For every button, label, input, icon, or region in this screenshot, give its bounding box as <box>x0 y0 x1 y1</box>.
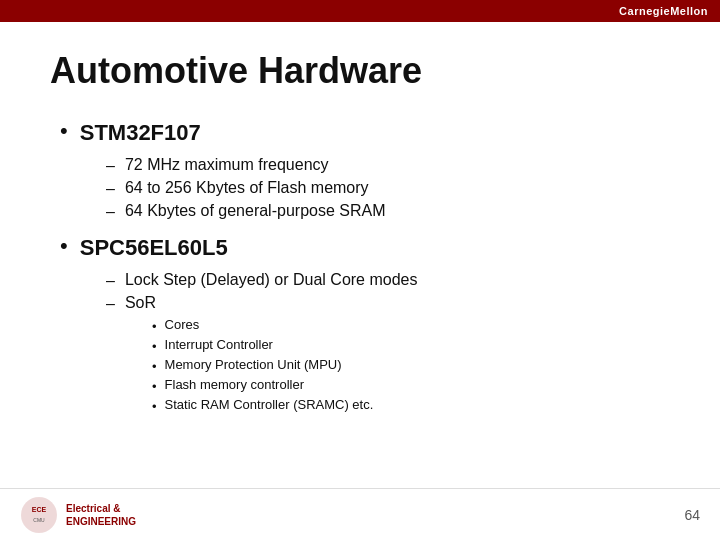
stm32-sub-1-text: 72 MHz maximum frequency <box>125 156 329 174</box>
sor-dot-4: • <box>152 379 157 394</box>
spc56-sub-2: – SoR <box>106 294 660 313</box>
bullet-spc56-label: SPC56EL60L5 <box>80 235 228 261</box>
ece-logo-icon: ECE CMU <box>20 496 58 534</box>
footer-logo-text: Electrical & ENGINEERING <box>66 502 136 528</box>
bullet-dot-2: • <box>60 233 68 259</box>
dash-4: – <box>106 272 115 290</box>
sor-item-1: • Cores <box>152 317 660 334</box>
stm32-sub-3: – 64 Kbytes of general-purpose SRAM <box>106 202 660 221</box>
sor-item-2-text: Interrupt Controller <box>165 337 273 352</box>
sor-item-3-text: Memory Protection Unit (MPU) <box>165 357 342 372</box>
sor-item-2: • Interrupt Controller <box>152 337 660 354</box>
stm32-sub-2: – 64 to 256 Kbytes of Flash memory <box>106 179 660 198</box>
sor-dot-2: • <box>152 339 157 354</box>
svg-text:CMU: CMU <box>33 517 45 523</box>
stm32-sub-3-text: 64 Kbytes of general-purpose SRAM <box>125 202 386 220</box>
dash-1: – <box>106 157 115 175</box>
bullet-spc56: • SPC56EL60L5 <box>60 235 660 261</box>
sor-sub-bullets: • Cores • Interrupt Controller • Memory … <box>152 317 660 414</box>
page-number: 64 <box>684 507 700 523</box>
dash-5: – <box>106 295 115 313</box>
sor-dot-3: • <box>152 359 157 374</box>
sor-item-5-text: Static RAM Controller (SRAMC) etc. <box>165 397 374 412</box>
footer-logo-line2: ENGINEERING <box>66 515 136 528</box>
dash-3: – <box>106 203 115 221</box>
sor-dot-5: • <box>152 399 157 414</box>
spc56-sub-bullets: – Lock Step (Delayed) or Dual Core modes… <box>106 271 660 417</box>
sor-item-1-text: Cores <box>165 317 200 332</box>
bullet-stm32: • STM32F107 <box>60 120 660 146</box>
svg-point-0 <box>21 497 57 533</box>
top-bar: CarnegieMellon <box>0 0 720 22</box>
bullet-dot-1: • <box>60 118 68 144</box>
spc56-sub-2-text: SoR <box>125 294 156 312</box>
sor-dot-1: • <box>152 319 157 334</box>
stm32-sub-2-text: 64 to 256 Kbytes of Flash memory <box>125 179 369 197</box>
bottom-bar: ECE CMU Electrical & ENGINEERING 64 <box>0 488 720 540</box>
footer-logo: ECE CMU Electrical & ENGINEERING <box>20 496 136 534</box>
footer-logo-line1: Electrical & <box>66 502 136 515</box>
sor-item-4-text: Flash memory controller <box>165 377 304 392</box>
slide-content: Automotive Hardware • STM32F107 – 72 MHz… <box>0 22 720 540</box>
sor-item-5: • Static RAM Controller (SRAMC) etc. <box>152 397 660 414</box>
svg-text:ECE: ECE <box>32 506 47 513</box>
stm32-sub-1: – 72 MHz maximum frequency <box>106 156 660 175</box>
spc56-sub-1: – Lock Step (Delayed) or Dual Core modes <box>106 271 660 290</box>
stm32-sub-bullets: – 72 MHz maximum frequency – 64 to 256 K… <box>106 156 660 225</box>
sor-item-4: • Flash memory controller <box>152 377 660 394</box>
spc56-sub-1-text: Lock Step (Delayed) or Dual Core modes <box>125 271 418 289</box>
slide-title: Automotive Hardware <box>50 50 660 92</box>
sor-item-3: • Memory Protection Unit (MPU) <box>152 357 660 374</box>
dash-2: – <box>106 180 115 198</box>
bullet-stm32-label: STM32F107 <box>80 120 201 146</box>
carnegie-mellon-logo: CarnegieMellon <box>619 5 708 17</box>
